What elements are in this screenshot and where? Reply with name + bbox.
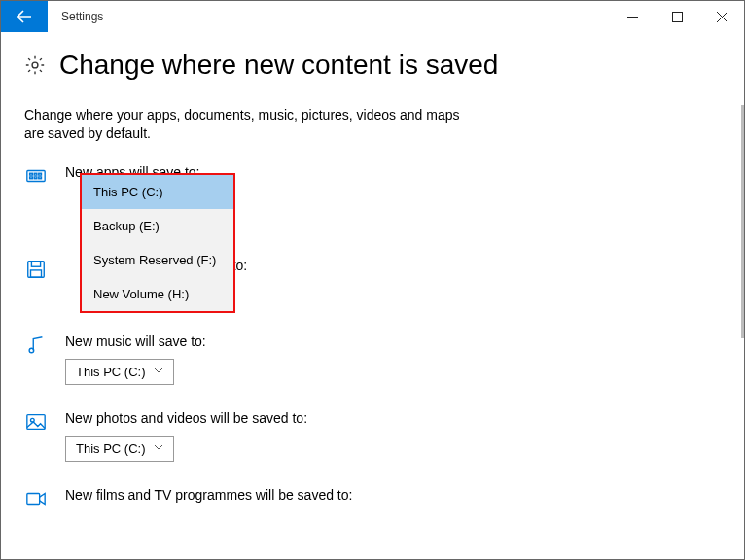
svg-rect-13 (27, 414, 45, 429)
titlebar: Settings (1, 1, 744, 32)
svg-rect-11 (31, 270, 42, 277)
page-description: Change where your apps, documents, music… (24, 106, 472, 143)
svg-rect-4 (34, 173, 37, 175)
svg-rect-10 (31, 262, 40, 267)
svg-rect-3 (30, 173, 33, 175)
svg-rect-6 (30, 177, 33, 179)
minimize-button[interactable] (610, 1, 655, 32)
gear-icon (24, 54, 46, 76)
svg-rect-0 (672, 12, 682, 21)
apps-icon (24, 165, 48, 187)
photos-item: New photos and videos will be saved to: … (24, 410, 721, 462)
content-area: Change where your apps, documents, music… (1, 88, 744, 512)
svg-rect-8 (39, 177, 42, 179)
photos-location-value: This PC (C:) (76, 441, 146, 456)
dropdown-option[interactable]: System Reserved (F:) (82, 243, 233, 277)
music-label: New music will save to: (65, 333, 721, 349)
music-note-icon (24, 334, 48, 356)
save-location-list: New apps will save to: This PC (C:) Back… (24, 164, 721, 512)
music-item: New music will save to: This PC (C:) (24, 333, 721, 385)
films-label: New films and TV programmes will be save… (65, 487, 721, 503)
svg-rect-2 (27, 170, 45, 181)
music-location-value: This PC (C:) (76, 365, 146, 379)
titlebar-spacer (117, 1, 610, 32)
chevron-down-icon (154, 366, 163, 377)
photos-location-combobox[interactable]: This PC (C:) (65, 436, 174, 462)
svg-rect-5 (39, 173, 42, 175)
svg-rect-15 (27, 493, 40, 504)
apps-location-dropdown[interactable]: This PC (C:) Backup (E:) System Reserved… (80, 173, 235, 313)
chevron-down-icon (154, 442, 163, 454)
dropdown-option[interactable]: New Volume (H:) (82, 277, 233, 311)
photos-label: New photos and videos will be saved to: (65, 410, 721, 426)
dropdown-option[interactable]: This PC (C:) (82, 175, 233, 209)
close-button[interactable] (699, 1, 744, 32)
music-location-combobox[interactable]: This PC (C:) (65, 359, 174, 385)
page-title: Change where new content is saved (59, 50, 498, 81)
dropdown-option[interactable]: Backup (E:) (82, 209, 233, 243)
scrollbar[interactable] (741, 105, 744, 338)
back-button[interactable] (1, 1, 48, 32)
window-title: Settings (48, 1, 117, 32)
svg-point-1 (32, 62, 38, 68)
maximize-button[interactable] (655, 1, 699, 32)
films-item: New films and TV programmes will be save… (24, 487, 721, 512)
svg-rect-7 (34, 177, 37, 179)
video-icon (24, 488, 48, 509)
page-header: Change where new content is saved (1, 32, 744, 88)
photo-icon (24, 411, 48, 433)
save-icon (24, 259, 48, 280)
